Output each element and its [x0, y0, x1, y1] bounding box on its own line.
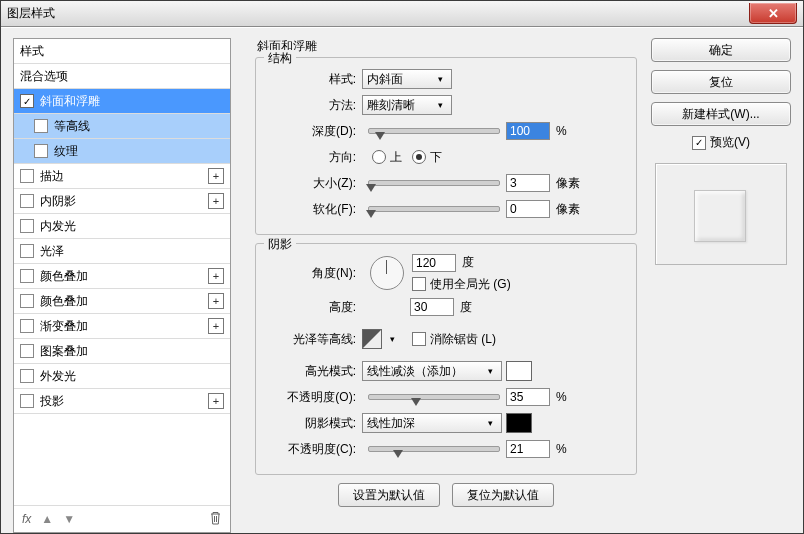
plus-icon[interactable]: +: [208, 168, 224, 184]
style-row-drop-shadow[interactable]: 投影 +: [14, 389, 230, 414]
preview-checkbox[interactable]: [692, 136, 706, 150]
close-button[interactable]: ✕: [749, 3, 797, 24]
blend-options-label: 混合选项: [20, 68, 68, 85]
depth-unit: %: [556, 124, 567, 138]
reset-button[interactable]: 复位: [651, 70, 791, 94]
styles-header: 样式: [14, 39, 230, 64]
size-input[interactable]: [506, 174, 550, 192]
checkbox-icon[interactable]: [20, 219, 34, 233]
global-light-label: 使用全局光 (G): [430, 276, 511, 293]
plus-icon[interactable]: +: [208, 268, 224, 284]
style-label: 渐变叠加: [40, 318, 88, 335]
direction-label: 方向:: [266, 149, 362, 166]
checkbox-icon[interactable]: [34, 144, 48, 158]
trash-icon[interactable]: [209, 511, 222, 528]
style-label: 描边: [40, 168, 64, 185]
shadow-color-swatch[interactable]: [506, 413, 532, 433]
angle-unit: 度: [462, 254, 474, 271]
chevron-down-icon: ▾: [433, 74, 447, 84]
angle-label: 角度(N):: [266, 265, 362, 282]
plus-icon[interactable]: +: [208, 393, 224, 409]
preview-label: 预览(V): [710, 134, 750, 151]
new-style-button[interactable]: 新建样式(W)...: [651, 102, 791, 126]
chevron-down-icon: ▾: [433, 100, 447, 110]
style-row-satin[interactable]: 光泽: [14, 239, 230, 264]
method-label: 方法:: [266, 97, 362, 114]
shadow-opacity-input[interactable]: [506, 440, 550, 458]
style-row-stroke[interactable]: 描边 +: [14, 164, 230, 189]
highlight-mode-select[interactable]: 线性减淡（添加） ▾: [362, 361, 502, 381]
soften-label: 软化(F):: [266, 201, 362, 218]
style-row-bevel[interactable]: ✓ 斜面和浮雕: [14, 89, 230, 114]
global-light-checkbox[interactable]: [412, 277, 426, 291]
style-row-texture[interactable]: 纹理: [14, 139, 230, 164]
style-row-inner-glow[interactable]: 内发光: [14, 214, 230, 239]
styles-header-label: 样式: [20, 43, 44, 60]
style-label: 内发光: [40, 218, 76, 235]
arrow-down-icon[interactable]: ▼: [63, 512, 75, 526]
checkbox-icon[interactable]: [20, 169, 34, 183]
checkbox-icon[interactable]: [20, 319, 34, 333]
style-label: 斜面和浮雕: [40, 93, 100, 110]
shadow-opacity-slider[interactable]: [368, 446, 500, 452]
reset-default-button[interactable]: 复位为默认值: [452, 483, 554, 507]
style-row-inner-shadow[interactable]: 内阴影 +: [14, 189, 230, 214]
preview-swatch: [694, 190, 746, 242]
soften-input[interactable]: [506, 200, 550, 218]
style-row-color-overlay-2[interactable]: 颜色叠加 +: [14, 289, 230, 314]
style-row-contour[interactable]: 等高线: [14, 114, 230, 139]
arrow-up-icon[interactable]: ▲: [41, 512, 53, 526]
style-row-pattern-overlay[interactable]: 图案叠加: [14, 339, 230, 364]
highlight-opacity-input[interactable]: [506, 388, 550, 406]
style-label: 样式:: [266, 71, 362, 88]
fx-icon[interactable]: fx: [22, 512, 31, 526]
shadow-mode-label: 阴影模式:: [266, 415, 362, 432]
section-title: 斜面和浮雕: [257, 38, 637, 55]
checkbox-icon[interactable]: [20, 194, 34, 208]
soften-slider[interactable]: [368, 206, 500, 212]
checkbox-icon[interactable]: [20, 344, 34, 358]
plus-icon[interactable]: +: [208, 193, 224, 209]
style-select[interactable]: 内斜面 ▾: [362, 69, 452, 89]
size-slider[interactable]: [368, 180, 500, 186]
ok-button[interactable]: 确定: [651, 38, 791, 62]
highlight-opacity-slider[interactable]: [368, 394, 500, 400]
direction-down-radio[interactable]: [412, 150, 426, 164]
style-row-outer-glow[interactable]: 外发光: [14, 364, 230, 389]
checkbox-icon[interactable]: [20, 294, 34, 308]
angle-dial[interactable]: [370, 256, 404, 290]
antialias-checkbox[interactable]: [412, 332, 426, 346]
plus-icon[interactable]: +: [208, 293, 224, 309]
shadow-mode-select[interactable]: 线性加深 ▾: [362, 413, 502, 433]
altitude-input[interactable]: [410, 298, 454, 316]
checkbox-icon[interactable]: ✓: [20, 94, 34, 108]
shadow-opacity-label: 不透明度(C):: [266, 441, 362, 458]
checkbox-icon[interactable]: [20, 269, 34, 283]
depth-input[interactable]: [506, 122, 550, 140]
method-select[interactable]: 雕刻清晰 ▾: [362, 95, 452, 115]
altitude-unit: 度: [460, 299, 472, 316]
checkbox-icon[interactable]: [20, 244, 34, 258]
angle-input[interactable]: [412, 254, 456, 272]
style-row-gradient-overlay[interactable]: 渐变叠加 +: [14, 314, 230, 339]
blend-options-row[interactable]: 混合选项: [14, 64, 230, 89]
direction-up-radio[interactable]: [372, 150, 386, 164]
highlight-color-swatch[interactable]: [506, 361, 532, 381]
checkbox-icon[interactable]: [20, 369, 34, 383]
style-row-color-overlay-1[interactable]: 颜色叠加 +: [14, 264, 230, 289]
depth-slider[interactable]: [368, 128, 500, 134]
plus-icon[interactable]: +: [208, 318, 224, 334]
checkbox-icon[interactable]: [20, 394, 34, 408]
style-label: 纹理: [54, 143, 78, 160]
chevron-down-icon[interactable]: ▾: [386, 334, 398, 344]
checkbox-icon[interactable]: [34, 119, 48, 133]
shadow-mode-value: 线性加深: [367, 415, 415, 432]
style-select-value: 内斜面: [367, 71, 403, 88]
chevron-down-icon: ▾: [483, 418, 497, 428]
shading-label: 阴影: [264, 236, 296, 253]
antialias-label: 消除锯齿 (L): [430, 331, 496, 348]
depth-label: 深度(D):: [266, 123, 362, 140]
highlight-opacity-unit: %: [556, 390, 567, 404]
gloss-contour-picker[interactable]: [362, 329, 382, 349]
make-default-button[interactable]: 设置为默认值: [338, 483, 440, 507]
